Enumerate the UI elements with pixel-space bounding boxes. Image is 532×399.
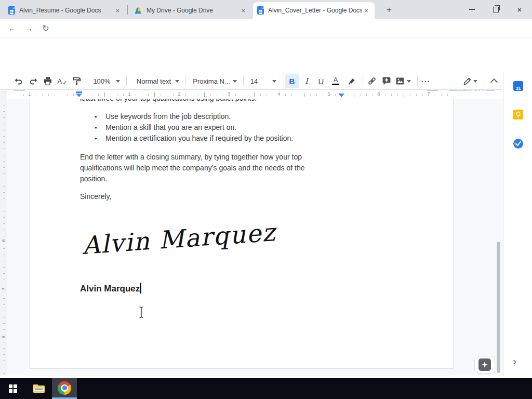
window-close-button[interactable]: ×: [508, 0, 531, 19]
undo-button[interactable]: [13, 73, 24, 89]
calendar-icon[interactable]: 31: [513, 81, 523, 91]
tab-alvin-cover-letter[interactable]: Alvin_Cover_Letter - Google Docs ×: [253, 2, 375, 19]
ruler-number: 8: [1, 334, 6, 341]
vertical-ruler: 6 7 8 9 10: [0, 99, 7, 376]
start-button[interactable]: [1, 378, 25, 399]
ruler-number: 7: [1, 285, 6, 292]
chevron-down-icon[interactable]: [406, 73, 411, 89]
zoom-select[interactable]: 100%: [91, 73, 112, 89]
ruler-number: 5: [326, 91, 331, 97]
windows-taskbar: [0, 378, 532, 399]
windows-logo-icon: [9, 384, 17, 393]
ruler-number: 1: [26, 91, 32, 97]
mouse-cursor-ibeam: [138, 305, 145, 319]
reload-icon[interactable]: ↻: [39, 22, 52, 35]
doc-bullet-item: ●Mention a skill that you are an expert …: [95, 123, 236, 131]
doc-text-line: qualifications will help meet the compan…: [80, 164, 304, 172]
chrome-icon: [58, 381, 71, 395]
doc-closing: Sincerely,: [80, 192, 111, 201]
tasks-icon[interactable]: [513, 139, 523, 149]
ruler-number: 2: [176, 91, 182, 97]
document-page[interactable]: least three of your top qualifications u…: [30, 99, 454, 369]
forward-icon[interactable]: →: [23, 22, 35, 35]
window-restore-button[interactable]: [484, 0, 508, 19]
highlight-color-button[interactable]: [345, 73, 357, 89]
font-family-select[interactable]: Proxima N...: [191, 73, 232, 89]
insert-comment-button[interactable]: [381, 73, 392, 89]
ruler-number: 6: [376, 91, 381, 97]
google-drive-icon: [134, 7, 142, 15]
explore-icon: [478, 358, 491, 371]
ruler-number: 1: [126, 91, 132, 97]
chevron-down-icon[interactable]: [232, 73, 237, 89]
left-indent-marker[interactable]: [76, 91, 82, 97]
close-icon[interactable]: ×: [113, 7, 122, 15]
hide-side-panel-icon[interactable]: ›: [513, 355, 516, 367]
doc-text-line: position.: [80, 175, 107, 183]
document-canvas: least three of your top qualifications u…: [0, 99, 503, 376]
tab-my-drive[interactable]: My Drive - Google Drive ×: [130, 2, 251, 19]
ruler-number: 7: [425, 91, 431, 97]
tab-alvin-resume[interactable]: Alvin_Resume - Google Docs ×: [4, 2, 126, 19]
file-explorer-button[interactable]: [27, 378, 51, 399]
ruler-number: 6: [1, 237, 6, 244]
italic-button[interactable]: I: [301, 73, 312, 89]
close-icon[interactable]: ×: [362, 7, 370, 15]
restore-icon: [493, 7, 499, 12]
back-icon[interactable]: ←: [6, 22, 19, 35]
docs-header: Alvin_Cover_Letter ☆ File Edit View Inse…: [0, 37, 532, 73]
spell-check-button[interactable]: A ✓: [57, 73, 68, 89]
right-indent-marker[interactable]: [338, 94, 344, 97]
doc-text-line: least three of your top qualifications u…: [80, 99, 257, 102]
doc-text-line: End the letter with a closing summary, b…: [80, 153, 302, 161]
explore-button[interactable]: [474, 356, 495, 374]
browser-tab-bar: Alvin_Resume - Google Docs × My Drive - …: [0, 0, 532, 19]
docs-toolbar: A ✓ 100% Normal text Proxima N... 14 B I…: [0, 73, 503, 90]
chevron-down-icon[interactable]: [473, 73, 478, 89]
google-docs-icon: [8, 6, 15, 15]
tab-separator: [127, 5, 128, 15]
vertical-scrollbar[interactable]: [497, 242, 500, 373]
underline-button[interactable]: U: [315, 73, 327, 89]
file-explorer-icon: [33, 383, 45, 394]
ruler-number: 3: [226, 91, 232, 97]
google-side-panel: 31 ›: [503, 73, 532, 376]
bold-button[interactable]: B: [286, 73, 298, 89]
collapse-toolbar-button[interactable]: [488, 73, 500, 89]
horizontal-ruler: 1 1 2 3 4 5 6 7: [0, 90, 503, 99]
redo-button[interactable]: [28, 73, 39, 89]
keep-icon[interactable]: [513, 110, 523, 119]
typed-name: Alvin Marquez: [80, 283, 141, 294]
paragraph-style-select[interactable]: Normal text: [133, 73, 175, 89]
text-cursor: [140, 283, 141, 294]
handwritten-signature: Alvin Marquez: [82, 218, 277, 260]
chevron-down-icon[interactable]: [115, 73, 121, 89]
insert-link-button[interactable]: [366, 73, 378, 89]
chevron-down-icon[interactable]: [272, 73, 277, 89]
insert-image-button[interactable]: [394, 73, 406, 89]
desktop: Alvin_Resume - Google Docs × My Drive - …: [0, 0, 532, 399]
text-color-button[interactable]: A: [330, 73, 341, 89]
more-options-button[interactable]: ⋯: [420, 73, 431, 89]
doc-bullet-item: ●Use keywords from the job description.: [95, 112, 231, 121]
ruler-number: 4: [276, 91, 282, 97]
chrome-taskbar-button[interactable]: [52, 378, 77, 399]
editing-mode-button[interactable]: [461, 73, 473, 89]
window-minimize-button[interactable]: [460, 0, 484, 19]
chevron-down-icon[interactable]: [175, 73, 180, 89]
doc-bullet-item: ●Mention a certification you have if req…: [95, 134, 293, 142]
tab-title: My Drive - Google Drive: [147, 7, 239, 14]
tab-title: Alvin_Resume - Google Docs: [19, 7, 113, 14]
google-docs-icon: [257, 6, 264, 15]
print-button[interactable]: [42, 73, 54, 89]
paint-format-button[interactable]: [71, 73, 83, 89]
tab-title: Alvin_Cover_Letter - Google Docs: [268, 7, 362, 14]
font-size-select[interactable]: 14: [248, 73, 260, 89]
close-icon[interactable]: ×: [239, 7, 247, 15]
new-tab-button[interactable]: +: [383, 4, 395, 16]
minimize-icon: [469, 9, 475, 10]
browser-nav-bar: ← → ↻ docs.google.com/document/d/1uXilif…: [0, 19, 532, 37]
